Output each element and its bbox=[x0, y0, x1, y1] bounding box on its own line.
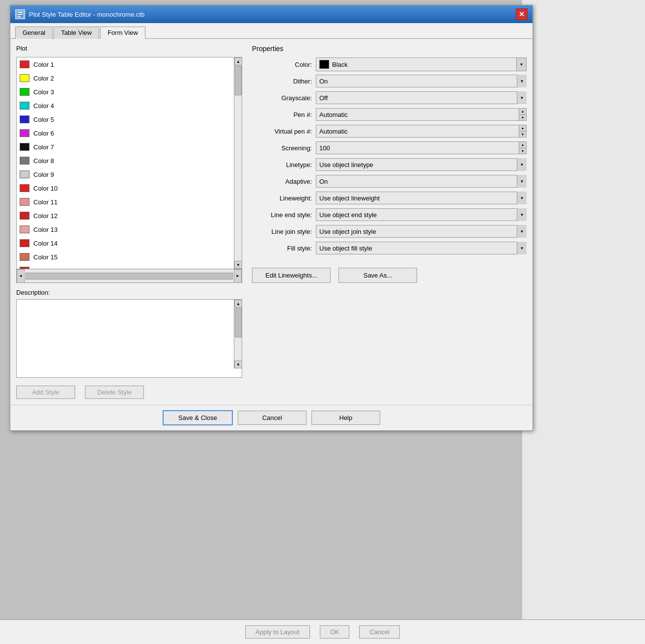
dither-dropdown[interactable]: On Off bbox=[316, 75, 527, 87]
lineweight-row: Lineweight: Use object lineweight ▼ bbox=[252, 191, 527, 205]
delete-style-button[interactable]: Delete Style bbox=[85, 386, 144, 399]
dialog-footer: Save & Close Cancel Help bbox=[10, 405, 533, 430]
title-bar: Plot Style Table Editor - monochrome.ctb… bbox=[10, 5, 533, 23]
hscroll-right-arrow[interactable]: ► bbox=[234, 269, 242, 283]
list-item[interactable]: Color 9 bbox=[17, 168, 242, 181]
edit-lineweights-button[interactable]: Edit Lineweights... bbox=[252, 268, 331, 283]
list-item[interactable]: Color 5 bbox=[17, 112, 242, 126]
description-section: Description: ▲ ▼ bbox=[16, 289, 242, 378]
list-item[interactable]: Color 10 bbox=[17, 181, 242, 195]
list-item-label: Color 3 bbox=[33, 88, 54, 96]
color-label: Color: bbox=[252, 61, 316, 68]
linetype-label: Linetype: bbox=[252, 161, 316, 168]
app-icon bbox=[15, 9, 25, 19]
hscroll-left-arrow[interactable]: ◄ bbox=[17, 269, 25, 283]
add-style-button[interactable]: Add Style bbox=[16, 386, 75, 399]
fill-style-label: Fill style: bbox=[252, 245, 316, 252]
apply-to-layout-button[interactable]: Apply to Layout bbox=[245, 625, 310, 639]
grayscale-dropdown[interactable]: Off On bbox=[316, 91, 527, 104]
desc-scrollbar[interactable]: ▲ ▼ bbox=[234, 300, 242, 368]
color-swatch bbox=[20, 267, 29, 269]
list-item[interactable]: Color 15 bbox=[17, 250, 242, 264]
screening-up-button[interactable]: ▲ bbox=[519, 142, 526, 148]
list-item[interactable]: Color 11 bbox=[17, 195, 242, 209]
list-item[interactable]: Color 14 bbox=[17, 236, 242, 250]
list-item-label: Color 5 bbox=[33, 116, 54, 123]
hscroll-thumb[interactable] bbox=[26, 273, 233, 280]
description-box: ▲ ▼ bbox=[16, 299, 242, 378]
color-swatch-black bbox=[319, 60, 329, 69]
linetype-control: Use object linetype ▼ bbox=[316, 158, 527, 171]
list-item[interactable]: Color 4 bbox=[17, 99, 242, 112]
list-item[interactable]: Color 12 bbox=[17, 209, 242, 223]
screening-down-button[interactable]: ▼ bbox=[519, 148, 526, 154]
fill-style-row: Fill style: Use object fill style ▼ bbox=[252, 241, 527, 255]
line-end-label: Line end style: bbox=[252, 211, 316, 219]
horizontal-scrollbar[interactable]: ◄ ► bbox=[17, 269, 242, 282]
save-as-button[interactable]: Save As... bbox=[338, 268, 417, 283]
plot-style-editor-dialog: Plot Style Table Editor - monochrome.ctb… bbox=[10, 5, 533, 431]
screening-input[interactable] bbox=[316, 141, 519, 154]
dialog-title: Plot Style Table Editor - monochrome.ctb bbox=[29, 11, 144, 18]
dither-row: Dither: On Off ▼ bbox=[252, 74, 527, 88]
color-dropdown[interactable]: Black ▼ bbox=[316, 57, 527, 71]
color-swatch bbox=[20, 115, 29, 123]
save-close-button[interactable]: Save & Close bbox=[163, 410, 233, 425]
color-swatch bbox=[20, 143, 29, 151]
right-panel: Properties Color: Black ▼ Dither: On bbox=[252, 45, 527, 399]
plot-list[interactable]: Color 1Color 2Color 3Color 4Color 5Color… bbox=[17, 57, 242, 269]
help-button[interactable]: Help bbox=[311, 411, 380, 425]
list-item-label: Color 16 bbox=[33, 267, 57, 269]
pen-up-button[interactable]: ▲ bbox=[519, 109, 526, 115]
ok-button[interactable]: OK bbox=[320, 625, 350, 639]
lineweight-control: Use object lineweight ▼ bbox=[316, 192, 527, 204]
list-item[interactable]: Color 2 bbox=[17, 71, 242, 85]
list-item-label: Color 2 bbox=[33, 75, 54, 82]
scroll-up-arrow[interactable]: ▲ bbox=[234, 57, 242, 65]
bottom-cancel-button[interactable]: Cancel bbox=[359, 625, 399, 639]
description-input[interactable] bbox=[17, 300, 242, 368]
desc-scroll-thumb[interactable] bbox=[235, 308, 242, 337]
tab-form-view[interactable]: Form View bbox=[100, 27, 145, 39]
lineweight-dropdown[interactable]: Use object lineweight bbox=[316, 192, 527, 204]
cancel-button[interactable]: Cancel bbox=[238, 411, 307, 425]
main-content: Plot Color 1Color 2Color 3Color 4Color 5… bbox=[10, 39, 533, 405]
adaptive-dropdown[interactable]: On Off bbox=[316, 175, 527, 188]
screening-label: Screening: bbox=[252, 144, 316, 152]
list-item-label: Color 6 bbox=[33, 130, 54, 137]
desc-scroll-up[interactable]: ▲ bbox=[234, 300, 242, 308]
tab-general[interactable]: General bbox=[15, 27, 53, 39]
list-item-label: Color 9 bbox=[33, 171, 54, 178]
line-end-row: Line end style: Use object end style ▼ bbox=[252, 208, 527, 222]
list-item[interactable]: Color 6 bbox=[17, 126, 242, 140]
vertical-scrollbar[interactable]: ▲ ▼ bbox=[234, 57, 242, 269]
scroll-down-arrow[interactable]: ▼ bbox=[234, 261, 242, 269]
scroll-thumb[interactable] bbox=[235, 66, 242, 95]
line-join-label: Line join style: bbox=[252, 228, 316, 235]
pen-input[interactable] bbox=[316, 108, 519, 121]
pen-down-button[interactable]: ▼ bbox=[519, 115, 526, 121]
screening-row: Screening: ▲ ▼ bbox=[252, 141, 527, 155]
fill-style-dropdown[interactable]: Use object fill style bbox=[316, 242, 527, 254]
line-join-dropdown[interactable]: Use object join style bbox=[316, 225, 527, 238]
desc-scroll-down[interactable]: ▼ bbox=[234, 361, 242, 368]
close-button[interactable]: ✕ bbox=[516, 8, 528, 20]
list-item[interactable]: Color 1 bbox=[17, 57, 242, 71]
virtual-pen-up-button[interactable]: ▲ bbox=[519, 125, 526, 132]
tab-table-view[interactable]: Table View bbox=[54, 27, 99, 39]
color-swatch bbox=[20, 184, 29, 192]
list-item[interactable]: Color 13 bbox=[17, 223, 242, 236]
lineweight-label: Lineweight: bbox=[252, 195, 316, 202]
list-item[interactable]: Color 16 bbox=[17, 264, 242, 269]
virtual-pen-down-button[interactable]: ▼ bbox=[519, 132, 526, 138]
grayscale-row: Grayscale: Off On ▼ bbox=[252, 91, 527, 105]
line-end-dropdown[interactable]: Use object end style bbox=[316, 208, 527, 221]
list-item[interactable]: Color 8 bbox=[17, 154, 242, 168]
virtual-pen-input[interactable] bbox=[316, 125, 519, 138]
linetype-dropdown[interactable]: Use object linetype bbox=[316, 158, 527, 171]
fill-style-control: Use object fill style ▼ bbox=[316, 242, 527, 254]
list-item[interactable]: Color 3 bbox=[17, 85, 242, 99]
color-swatch bbox=[20, 102, 29, 110]
list-item[interactable]: Color 7 bbox=[17, 140, 242, 154]
adaptive-label: Adaptive: bbox=[252, 178, 316, 185]
